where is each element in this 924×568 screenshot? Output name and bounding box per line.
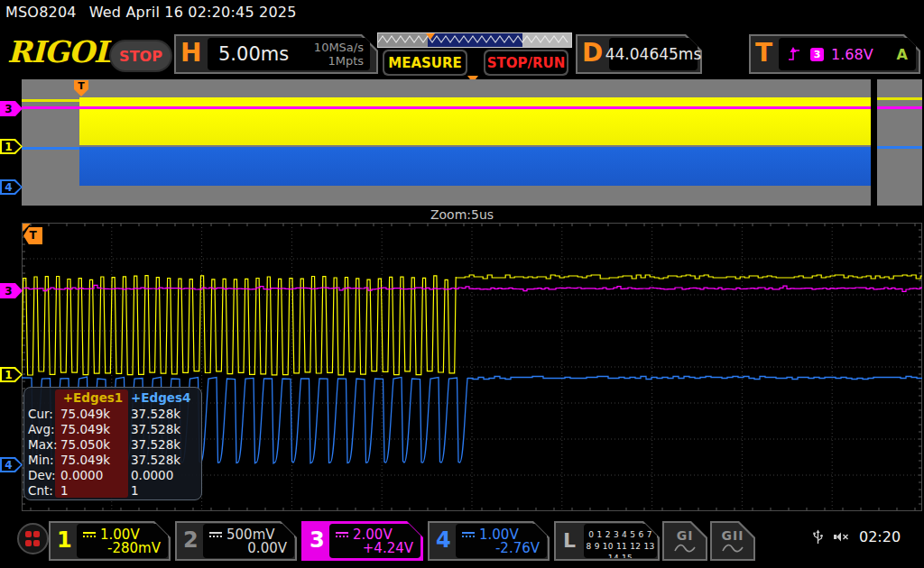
- dc-coupling-icon: [83, 532, 96, 537]
- grid-menu-icon: [25, 531, 41, 546]
- ch4-tail-line: [877, 146, 922, 149]
- logic-row2: 8 9 10 11 12 13 14 15: [584, 541, 657, 564]
- ch1-tail-line: [877, 97, 922, 100]
- measurement-row: Avg:75.049k37.528k: [24, 422, 201, 437]
- channel3-offset: +4.24V: [363, 540, 413, 556]
- plot-ch4-marker[interactable]: 4: [0, 457, 23, 472]
- usb-icon: [812, 529, 824, 545]
- speaker-muted-icon[interactable]: [833, 530, 850, 544]
- trigger-mode: A: [897, 46, 908, 63]
- logic-label: L: [563, 529, 576, 552]
- channel4-box[interactable]: 4 1.00V -2.76V: [428, 521, 550, 561]
- measurement-col2-header: +Edges4: [131, 390, 198, 406]
- measurement-row: Cnt:11: [24, 483, 201, 499]
- measurement-row: Min:75.049k37.528k: [24, 453, 201, 468]
- waveform-position-bar[interactable]: [377, 32, 572, 48]
- overview-ch1-marker[interactable]: 1: [0, 139, 23, 154]
- dc-coupling-icon: [336, 532, 348, 537]
- generator1-label: GI: [677, 528, 694, 543]
- run-state-badge[interactable]: STOP: [109, 40, 172, 72]
- channel2-offset: 0.00V: [247, 540, 287, 556]
- menu-button[interactable]: [17, 523, 49, 554]
- channel2-box[interactable]: 2 500mV 0.00V: [175, 521, 297, 561]
- channel1-box[interactable]: 1 1.00V -280mV: [49, 521, 171, 561]
- titlebar: MSO8204Wed April 16 02:20:45 2025: [5, 4, 297, 21]
- plot-ch1-marker[interactable]: 1: [0, 367, 23, 382]
- channel3-number: 3: [310, 527, 325, 553]
- overview-ch4-marker[interactable]: 4: [0, 179, 23, 195]
- ch3-overview-line: [22, 106, 922, 109]
- rising-edge-trigger-icon: [787, 45, 801, 63]
- memory-depth: 1Mpts: [328, 54, 364, 68]
- delay-value: 44.04645ms: [605, 45, 702, 63]
- ch4-idle-line: [22, 147, 79, 150]
- horizontal-label: H: [180, 38, 201, 68]
- logic-row1: 0 1 2 3 4 5 6 7: [584, 529, 657, 541]
- generator1-button[interactable]: GI: [662, 521, 707, 561]
- clock: 02:20: [859, 528, 901, 545]
- measurement-row: Max:75.050k37.528k: [24, 437, 201, 453]
- plot-ch3-marker[interactable]: 3: [0, 283, 23, 298]
- measurement-row: Cur:75.049k37.528k: [24, 407, 201, 422]
- posbar-zigzag: [378, 33, 571, 47]
- measurement-row: Dev:0.00000.0000: [24, 468, 201, 483]
- logic-channels-box[interactable]: L 0 1 2 3 4 5 6 7 8 9 10 11 12 13 14 15: [554, 521, 660, 561]
- measurement-col1-header: +Edges1: [60, 390, 125, 406]
- sine-wave-icon: [722, 544, 744, 554]
- zoom-window-indicator[interactable]: [871, 79, 877, 206]
- ch1-overview-band: [79, 97, 871, 145]
- measurement-popup: +Edges1 +Edges4 Cur:75.049k37.528kAvg:75…: [23, 387, 202, 500]
- status-area: 02:20: [812, 528, 901, 545]
- channel3-box[interactable]: 3 2.00V +4.24V: [301, 521, 423, 561]
- trigger-label: T: [755, 38, 772, 68]
- overview-trigger-flag[interactable]: T: [74, 80, 88, 96]
- horizontal-settings-group[interactable]: H 5.00ms 10MSa/s 1Mpts: [174, 34, 378, 74]
- waveform-overview-strip[interactable]: T: [22, 79, 922, 206]
- ch1-idle-line: [22, 99, 79, 102]
- delay-readout-group[interactable]: D 44.04645ms: [576, 34, 702, 74]
- generator2-label: GII: [722, 528, 744, 543]
- trigger-source-badge: 3: [810, 48, 824, 61]
- sample-rate: 10MSa/s: [314, 41, 364, 54]
- channel4-offset: -2.76V: [495, 540, 540, 556]
- timebase-value: 5.00ms: [218, 43, 289, 65]
- trigger-settings-group[interactable]: T 3 1.68V A: [749, 34, 920, 74]
- channel1-offset: -280mV: [107, 540, 161, 556]
- channel4-number: 4: [436, 527, 451, 553]
- trigger-level: 1.68V: [831, 46, 873, 63]
- channel1-number: 1: [57, 527, 72, 553]
- generator2-button[interactable]: GII: [710, 521, 755, 561]
- zoom-timebase-label: Zoom:5us: [0, 207, 924, 222]
- stop-run-button[interactable]: STOP/RUN: [484, 50, 568, 76]
- model-name: MSO8204: [5, 4, 77, 21]
- delay-label: D: [582, 38, 603, 68]
- channel2-number: 2: [183, 527, 199, 553]
- rigol-logo: RIGOL: [7, 34, 114, 69]
- sine-wave-icon: [674, 544, 696, 554]
- dc-coupling-icon: [209, 532, 222, 537]
- overview-ch3-marker[interactable]: 3: [0, 101, 23, 116]
- posbar-marker-icon: [426, 33, 435, 40]
- dc-coupling-icon: [462, 532, 475, 537]
- ch4-overview-band: [79, 147, 871, 186]
- datetime: Wed April 16 02:20:45 2025: [89, 4, 297, 21]
- measure-button[interactable]: MEASURE: [383, 50, 467, 76]
- oscilloscope-screen: MSO8204Wed April 16 02:20:45 2025 RIGOL …: [0, 0, 924, 568]
